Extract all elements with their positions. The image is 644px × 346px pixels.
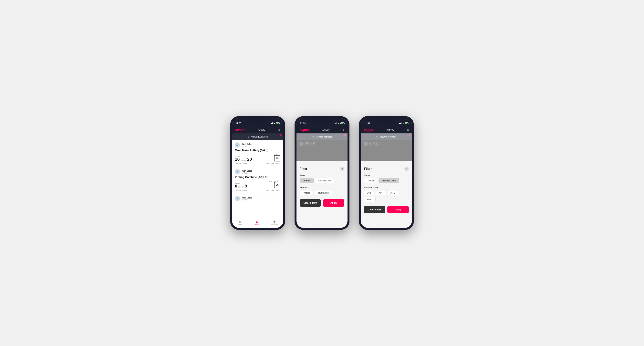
filter-actions-3: Clear Filters Apply: [364, 206, 409, 213]
chip-practice-drills-3[interactable]: Practice Drills: [379, 178, 399, 183]
viewing-text-1: Viewing Activities: [251, 136, 268, 138]
viewing-banner-1[interactable]: ⚙ Viewing Activities: [232, 133, 283, 140]
chip-rounds-2[interactable]: Rounds: [300, 178, 314, 183]
phone-3: 11:33 ▲ clippd Activity: [359, 116, 414, 230]
notch-3: [378, 118, 395, 123]
status-time-1: 11:33: [236, 122, 241, 124]
info-label-0: Test Information: [236, 163, 247, 164]
sq-value-1: 45: [276, 184, 278, 186]
nav-activities[interactable]: ♟ Activities: [253, 220, 260, 226]
more-dots-1[interactable]: ···: [278, 170, 280, 173]
viewing-text-2: Viewing Activities: [316, 136, 332, 138]
nav-title-3: Activity: [386, 129, 394, 132]
banner-dot-1: [280, 134, 282, 136]
data-label-0: Data: Clippd Capture: [266, 163, 280, 164]
more-dots-2[interactable]: ···: [278, 197, 280, 200]
info-item-1: ℹ Test Information: [235, 189, 247, 191]
out-of-0: OUT OF: [240, 159, 246, 162]
card-footer-0: ℹ Test Information Data: Clippd Capture: [235, 163, 280, 164]
score-value-0: 10: [235, 157, 240, 162]
more-dots-0[interactable]: ···: [278, 143, 280, 147]
score-group-0: Score 10 OUT OF 20: [235, 155, 252, 162]
chip-rounds-3[interactable]: Rounds: [364, 178, 377, 183]
nav-capture[interactable]: ⊕ Capture: [271, 220, 278, 226]
filter-title-2: Filter: [300, 167, 307, 171]
info-icon-0: ℹ: [235, 163, 236, 164]
banner-dot-3: [409, 134, 410, 136]
chip-arg-3[interactable]: ARG: [388, 190, 398, 195]
sq-badge-0: 75: [274, 155, 280, 162]
show-label-2: Show: [300, 174, 344, 176]
clear-filters-btn-2[interactable]: Clear Filters: [300, 199, 321, 207]
avatar-2: JC: [235, 196, 240, 201]
logo-3: clippd: [364, 128, 373, 132]
close-filter-2[interactable]: ✕: [340, 167, 344, 171]
avatar-0: JC: [235, 143, 240, 148]
chip-practice-drills-2[interactable]: Practice Drills: [315, 178, 334, 183]
user-name-2: Josh Coles: [242, 197, 252, 199]
nav-title-2: Activity: [322, 129, 330, 132]
sheet-header-3: Filter ✕: [364, 167, 409, 171]
nav-bar-3: clippd Activity ≡: [361, 127, 412, 133]
menu-icon-1[interactable]: ≡: [278, 129, 280, 132]
nav-home[interactable]: ⌂ Home: [238, 220, 242, 226]
sq-group-1: Shot Quality 45: [269, 180, 280, 188]
activity-card-2: JC Josh Coles 28 Feb 2023 ···: [232, 194, 283, 205]
viewing-text-3: Viewing Activities: [380, 136, 396, 138]
card-title-0: Must Make Putting (3-6 ft): [235, 149, 280, 152]
avatar-1: JC: [235, 169, 240, 174]
viewing-banner-3: ⚙ Viewing Activities: [361, 133, 412, 140]
card-footer-1: ℹ Test Information Data: Clippd Capture: [235, 189, 280, 191]
user-name-1: Josh Coles: [242, 170, 252, 172]
rounds-chips-2: Practice Tournament: [300, 190, 344, 195]
phone-2: 11:33 ▲ clippd Activity: [294, 116, 350, 230]
nav-bar-1: clippd Activity ≡: [232, 127, 283, 133]
screen-1: 11:33 ▲ clippd Activity: [232, 118, 283, 228]
avatar-inner-2: JC: [235, 196, 240, 201]
card-stats-1: Score 0 OUT OF 9 Shot Quality 45: [235, 180, 280, 188]
card-title-1: Putting Combine (3-15 ft): [235, 175, 280, 179]
chip-practice-2[interactable]: Practice: [300, 190, 313, 195]
close-filter-3[interactable]: ✕: [404, 167, 409, 171]
filter-icon-3: ⚙: [376, 135, 378, 138]
home-icon: ⌂: [239, 220, 241, 223]
status-icons-3: ▲: [398, 122, 408, 124]
apply-btn-2[interactable]: Apply: [323, 199, 344, 207]
menu-icon-3[interactable]: ≡: [407, 129, 409, 132]
score-value-1: 0: [235, 184, 237, 188]
clear-filters-btn-3[interactable]: Clear Filters: [364, 206, 386, 213]
shots-value-0: 20: [247, 157, 252, 162]
chip-putt-3[interactable]: PUTT: [364, 197, 376, 202]
viewing-banner-2: ⚙ Viewing Activities: [296, 133, 348, 140]
nav-title-1: Activity: [258, 129, 265, 132]
wifi-icon-1: ▲: [274, 122, 275, 124]
chip-tournament-2[interactable]: Tournament: [315, 190, 332, 195]
sq-label-1: Shot Quality: [269, 180, 280, 182]
user-info-1: Josh Coles 28 Feb 2023: [242, 170, 252, 174]
card-user-2: JC Josh Coles 28 Feb 2023: [235, 196, 252, 201]
logo-1: clippd: [235, 128, 244, 132]
dimmed-card-2: Josh Coles 28 Feb 2023: [296, 140, 348, 148]
info-item-0: ℹ Test Information: [235, 163, 247, 164]
sq-label-0: Shot Quality: [269, 154, 280, 155]
chip-app-3[interactable]: APP: [376, 190, 386, 195]
screen-3: 11:33 ▲ clippd Activity: [361, 118, 412, 228]
score-row-0: 10 OUT OF 20: [235, 157, 252, 162]
status-icons-1: ▲: [270, 122, 280, 124]
sq-group-0: Shot Quality 75: [269, 154, 280, 162]
practice-drills-label-3: Practice Drills: [364, 186, 409, 189]
activities-label: Activities: [253, 224, 260, 226]
chip-ott-3[interactable]: OTT: [364, 190, 374, 195]
apply-btn-3[interactable]: Apply: [387, 206, 409, 213]
user-date-1: 28 Feb 2023: [242, 172, 252, 174]
shots-value-1: 9: [245, 184, 247, 188]
phones-container: 11:33 ▲ clippd Activity: [230, 116, 414, 230]
filter-actions-2: Clear Filters Apply: [300, 199, 344, 207]
menu-icon-2[interactable]: ≡: [343, 129, 344, 132]
dimmed-card-3: Josh Coles 28 Feb 2023: [361, 140, 412, 148]
user-date-0: 28 Feb 2023: [242, 145, 252, 147]
show-label-3: Show: [364, 174, 409, 176]
card-header-2: JC Josh Coles 28 Feb 2023 ···: [235, 196, 280, 201]
signal-icon-1: [270, 123, 273, 124]
status-icons-2: ▲: [334, 122, 344, 124]
